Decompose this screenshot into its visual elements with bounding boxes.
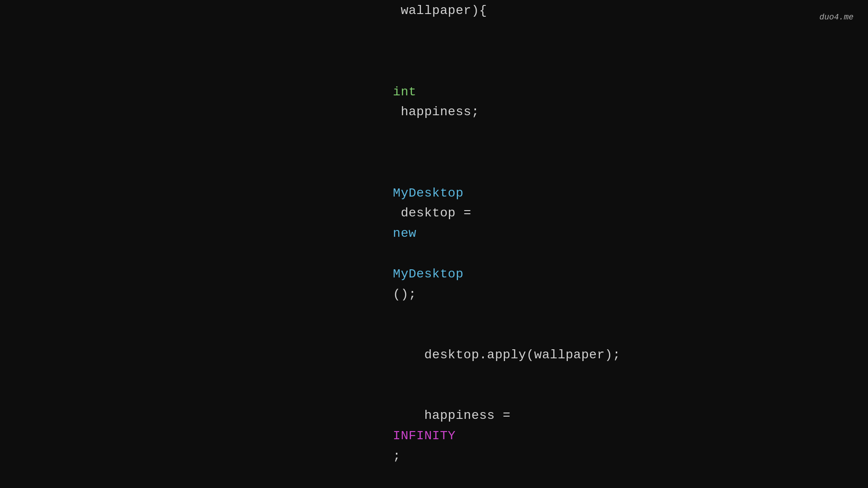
code-block: private static int updateDesktop( Image …: [362, 0, 621, 488]
code-line-1: private static int updateDesktop( Image …: [362, 0, 621, 42]
code-line-3: MyDesktop desktop = new MyDesktop ();: [362, 143, 621, 325]
keyword-int-happiness: int: [393, 85, 416, 99]
constant-infinity: INFINITY: [393, 429, 456, 443]
code-line-5: happiness = INFINITY ;: [362, 386, 621, 487]
class-mydesktop-constructor: MyDesktop: [393, 267, 463, 281]
keyword-new: new: [393, 226, 416, 240]
code-line-2: int happiness;: [362, 42, 621, 143]
code-line-4: desktop.apply(wallpaper);: [362, 325, 621, 385]
class-mydesktop-type: MyDesktop: [393, 186, 463, 200]
watermark-label: duo4.me: [819, 13, 854, 22]
